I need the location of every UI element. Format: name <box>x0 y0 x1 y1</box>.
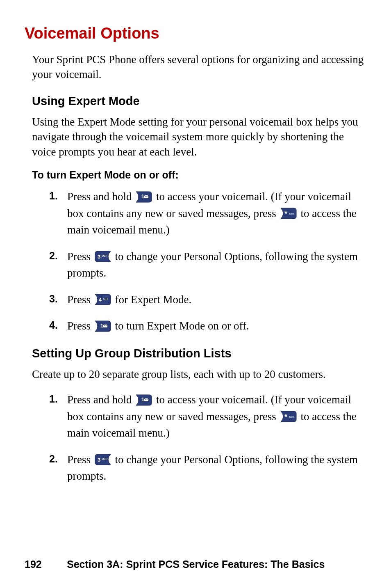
groups-desc: Create up to 20 separate group lists, ea… <box>32 367 366 382</box>
expert-step-3: 3. Press 4 GHI for Expert Mode. <box>49 291 366 308</box>
step-text: for Expert Mode. <box>115 293 192 306</box>
svg-text:1: 1 <box>100 323 103 329</box>
step-number: 1. <box>49 188 58 204</box>
svg-text:GHI: GHI <box>103 297 109 300</box>
page: Voicemail Options Your Sprint PCS Phone … <box>0 0 391 588</box>
expert-step-2: 2. Press 3 DEF to change your Personal O… <box>49 248 366 281</box>
groups-heading: Setting Up Group Distribution Lists <box>32 347 366 360</box>
section-heading: Voicemail Options <box>25 25 366 42</box>
step-number: 3. <box>49 291 58 307</box>
step-number: 1. <box>49 391 58 407</box>
svg-text:1: 1 <box>141 194 144 199</box>
key-star-icon: * Shift <box>280 410 297 423</box>
key-1-icon: 1 <box>94 320 111 332</box>
step-text: Press and hold <box>67 190 134 203</box>
step-text: Press <box>67 293 93 306</box>
page-number: 192 <box>25 558 64 570</box>
groups-step-1: 1. Press and hold 1 to access your voice… <box>49 391 366 442</box>
svg-text:Shift: Shift <box>289 416 294 418</box>
svg-text:1: 1 <box>141 397 144 403</box>
expert-step-1: 1. Press and hold 1 to access your voice… <box>49 188 366 238</box>
step-number: 2. <box>49 451 58 467</box>
key-star-icon: * Shift <box>280 207 297 220</box>
expert-mode-heading: Using Expert Mode <box>32 94 366 108</box>
key-3-icon: 3 DEF <box>94 453 111 466</box>
page-footer: 192 Section 3A: Sprint PCS Service Featu… <box>25 558 366 570</box>
expert-steps: 1. Press and hold 1 to access your voice… <box>49 188 366 334</box>
step-text: Press <box>67 250 93 263</box>
key-1-icon: 1 <box>135 191 152 203</box>
svg-text:3: 3 <box>98 254 100 260</box>
footer-section: Section 3A: Sprint PCS Service Features:… <box>67 558 325 570</box>
step-text: to turn Expert Mode on or off. <box>115 320 249 332</box>
intro-paragraph: Your Sprint PCS Phone offers several opt… <box>32 52 366 82</box>
groups-step-2: 2. Press 3 DEF to change your Personal O… <box>49 451 366 485</box>
key-1-icon: 1 <box>135 394 152 406</box>
expert-mode-subheading: To turn Expert Mode on or off: <box>32 169 366 181</box>
svg-text:Shift: Shift <box>289 213 294 215</box>
key-3-icon: 3 DEF <box>94 250 111 263</box>
svg-text:3: 3 <box>98 457 100 463</box>
svg-text:*: * <box>284 210 287 218</box>
step-number: 2. <box>49 248 58 264</box>
svg-text:4: 4 <box>99 297 102 303</box>
svg-text:DEF: DEF <box>102 254 108 257</box>
step-text: Press <box>67 453 93 466</box>
step-number: 4. <box>49 318 58 333</box>
expert-step-4: 4. Press 1 to turn Expert Mode on or off… <box>49 318 366 334</box>
svg-text:*: * <box>284 413 287 421</box>
key-4-icon: 4 GHI <box>94 293 111 306</box>
step-text: Press <box>67 320 93 332</box>
groups-steps: 1. Press and hold 1 to access your voice… <box>49 391 366 485</box>
svg-text:DEF: DEF <box>102 458 108 460</box>
step-text: Press and hold <box>67 394 134 406</box>
expert-mode-desc: Using the Expert Mode setting for your p… <box>32 114 366 159</box>
